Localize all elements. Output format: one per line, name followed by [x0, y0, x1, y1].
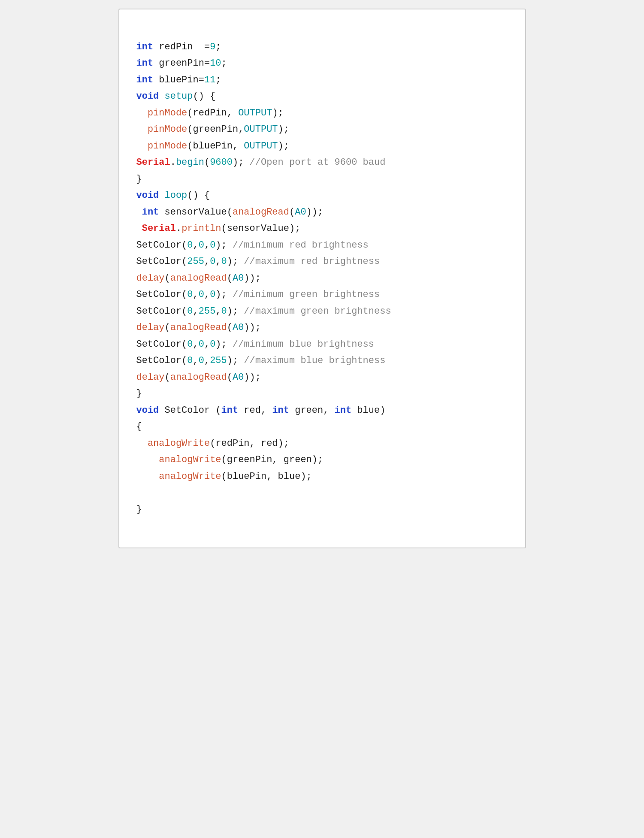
- line-5: pinMode(redPin, OUTPUT);: [136, 108, 284, 118]
- line-24: {: [136, 421, 142, 432]
- line-3: int bluePin=11;: [136, 75, 221, 85]
- line-17: SetColor(0,255,0); //maximum green brigh…: [136, 306, 391, 317]
- line-13: SetColor(0,0,0); //minimum red brightnes…: [136, 240, 369, 251]
- line-15: delay(analogRead(A0));: [136, 273, 261, 284]
- line-14: SetColor(255,0,0); //maximum red brightn…: [136, 256, 380, 267]
- line-10: void loop() {: [136, 190, 210, 201]
- line-25: analogWrite(redPin, red);: [136, 438, 289, 449]
- code-block: int redPin =9; int greenPin=10; int blue…: [136, 22, 508, 535]
- line-27: analogWrite(bluePin, blue);: [136, 471, 312, 482]
- line-9: }: [136, 174, 142, 185]
- line-29: }: [136, 504, 142, 515]
- line-7: pinMode(bluePin, OUTPUT);: [136, 141, 289, 151]
- line-1: int redPin =9;: [136, 42, 221, 52]
- line-2: int greenPin=10;: [136, 58, 227, 69]
- line-12: Serial.println(sensorValue);: [136, 223, 301, 234]
- line-6: pinMode(greenPin,OUTPUT);: [136, 124, 289, 135]
- line-21: delay(analogRead(A0));: [136, 372, 261, 383]
- line-16: SetColor(0,0,0); //minimum green brightn…: [136, 289, 380, 300]
- line-20: SetColor(0,0,255); //maximum blue bright…: [136, 355, 386, 366]
- line-8: Serial.begin(9600); //Open port at 9600 …: [136, 157, 386, 168]
- code-container: int redPin =9; int greenPin=10; int blue…: [118, 9, 526, 548]
- line-11: int sensorValue(analogRead(A0));: [136, 207, 324, 218]
- line-19: SetColor(0,0,0); //minimum blue brightne…: [136, 339, 375, 350]
- line-4: void setup() {: [136, 91, 216, 102]
- line-22: }: [136, 388, 142, 399]
- line-18: delay(analogRead(A0));: [136, 322, 261, 333]
- line-26: analogWrite(greenPin, green);: [136, 454, 324, 465]
- line-23: void SetColor (int red, int green, int b…: [136, 405, 386, 416]
